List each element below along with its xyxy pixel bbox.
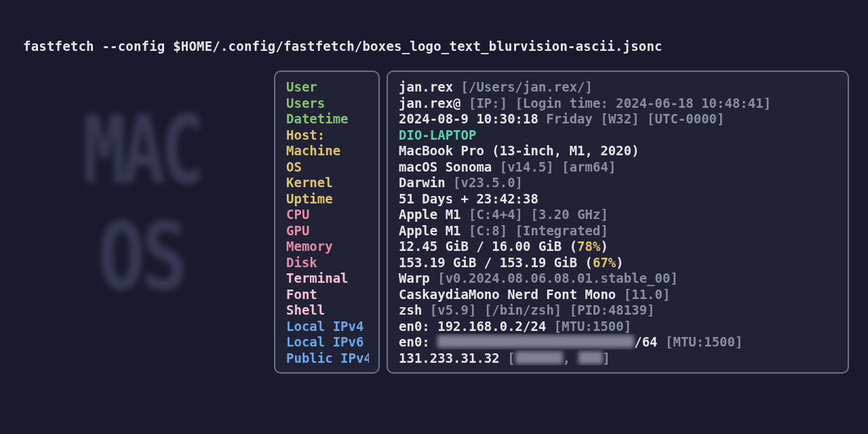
key-memory: Memory <box>286 238 369 254</box>
val-disk: 153.19 GiB / 153.19 GiB (67%) <box>399 254 838 271</box>
key-local-ipv4: Local IPv4 <box>286 318 369 334</box>
key-machine: Machine <box>286 142 369 159</box>
main-layout: MAC OS User Users Datetime Host: Machine… <box>19 71 849 374</box>
val-font: CaskaydiaMono Nerd Font Mono [11.0] <box>399 286 838 302</box>
ascii-logo: MAC OS <box>19 71 263 355</box>
key-cpu: CPU <box>286 206 369 222</box>
values-panel: jan.rex [/Users/jan.rex/] jan.rex@ [IP:]… <box>387 71 849 374</box>
val-gpu: Apple M1 [C:8] [Integrated] <box>399 222 838 239</box>
key-user: User <box>286 79 369 95</box>
redacted-ipv6: x <box>437 335 634 348</box>
key-terminal: Terminal <box>286 270 369 286</box>
redacted-loc1: x <box>515 351 563 364</box>
val-datetime: 2024-08-9 10:30:18 Friday [W32] [UTC-000… <box>399 111 838 127</box>
key-local-ipv6: Local IPv6 <box>286 334 369 350</box>
val-user: jan.rex [/Users/jan.rex/] <box>399 79 838 95</box>
key-public-ipv4: Public IPv4 <box>286 350 369 366</box>
val-memory: 12.45 GiB / 16.00 GiB (78%) <box>399 238 838 254</box>
logo-line-2: OS <box>98 199 184 316</box>
keys-panel: User Users Datetime Host: Machine OS Ker… <box>274 71 380 374</box>
val-uptime: 51 Days + 23:42:38 <box>399 191 838 207</box>
val-terminal: Warp [v0.2024.08.06.08.01.stable_00] <box>399 270 838 286</box>
key-os: OS <box>286 159 369 175</box>
command-line: fastfetch --config $HOME/.config/fastfet… <box>23 38 849 54</box>
key-disk: Disk <box>286 254 369 271</box>
logo-line-1: MAC <box>83 92 200 210</box>
key-kernel: Kernel <box>286 174 369 191</box>
val-users: jan.rex@ [IP:] [Login time: 2024-06-18 1… <box>399 95 838 111</box>
val-cpu: Apple M1 [C:4+4] [3.20 GHz] <box>399 206 838 222</box>
val-public-ipv4: 131.233.31.32 [x, x] <box>399 350 838 366</box>
val-kernel: Darwin [v23.5.0] <box>399 174 838 191</box>
redacted-loc2: x <box>578 351 603 364</box>
key-datetime: Datetime <box>286 111 369 127</box>
key-font: Font <box>286 286 369 302</box>
val-shell: zsh [v5.9] [/bin/zsh] [PID:48139] <box>399 302 838 318</box>
key-users: Users <box>286 95 369 111</box>
val-local-ipv4: en0: 192.168.0.2/24 [MTU:1500] <box>399 318 838 334</box>
val-local-ipv6: en0: x/64 [MTU:1500] <box>399 334 838 350</box>
val-host: DIO-LAPTOP <box>399 127 838 143</box>
val-os: macOS Sonoma [v14.5] [arm64] <box>399 159 838 175</box>
val-machine: MacBook Pro (13-inch, M1, 2020) <box>399 142 838 159</box>
key-shell: Shell <box>286 302 369 318</box>
key-uptime: Uptime <box>286 191 369 207</box>
key-host: Host: <box>286 127 369 143</box>
key-gpu: GPU <box>286 222 369 239</box>
